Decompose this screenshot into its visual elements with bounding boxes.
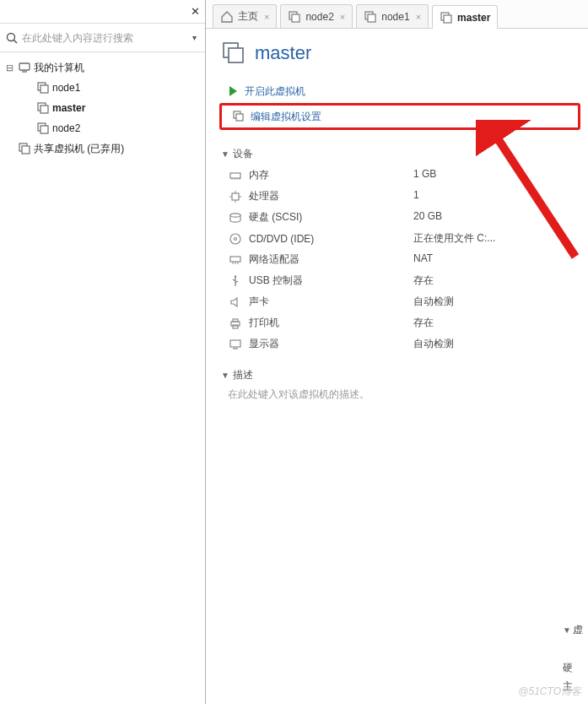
- device-value: 1 GB: [413, 168, 586, 182]
- close-icon[interactable]: ×: [264, 12, 269, 22]
- svg-rect-44: [230, 340, 240, 347]
- device-name: 硬盘 (SCSI): [249, 210, 302, 225]
- content: master 开启此虚拟机 编辑虚拟机设置 ▼ 设备: [206, 29, 588, 410]
- action-edit-vm-settings[interactable]: 编辑虚拟机设置: [224, 107, 576, 126]
- tab-label: node2: [305, 11, 333, 23]
- svg-rect-11: [22, 146, 30, 154]
- search-input[interactable]: [22, 32, 186, 44]
- device-net-adapter[interactable]: 网络适配器: [228, 252, 413, 267]
- home-icon: [220, 10, 234, 24]
- section-head-devices[interactable]: ▼ 设备: [221, 147, 586, 161]
- svg-point-33: [230, 234, 240, 244]
- cpu-icon: [228, 190, 243, 203]
- svg-point-40: [235, 275, 236, 277]
- sound-icon: [228, 295, 243, 309]
- close-icon[interactable]: ✕: [191, 5, 200, 18]
- device-cddvd[interactable]: CD/DVD (IDE): [228, 231, 413, 246]
- tree-item-label: node2: [52, 122, 80, 134]
- computer-icon: [17, 61, 32, 74]
- tree-item-node2[interactable]: node2: [0, 118, 205, 138]
- device-memory[interactable]: 内存: [228, 168, 413, 182]
- tree-root-label: 我的计算机: [34, 61, 84, 75]
- tree-collapse-icon[interactable]: ⊟: [3, 62, 15, 73]
- tabstrip: 主页 × node2 × node1 × ma: [206, 0, 588, 29]
- device-name: 打印机: [249, 316, 279, 330]
- svg-point-32: [230, 213, 240, 216]
- close-icon[interactable]: ×: [340, 12, 345, 22]
- tab-label: 主页: [238, 9, 258, 24]
- vm-icon: [364, 10, 377, 24]
- play-icon: [226, 84, 240, 98]
- device-name: 显示器: [249, 337, 279, 351]
- svg-rect-21: [236, 114, 243, 121]
- action-label: 编辑虚拟机设置: [251, 110, 321, 124]
- description-placeholder[interactable]: 在此处键入对该虚拟机的描述。: [218, 387, 586, 402]
- svg-rect-5: [40, 85, 48, 93]
- svg-rect-42: [233, 319, 238, 322]
- search-row: ▾: [0, 24, 205, 52]
- title-row: master: [221, 41, 586, 66]
- section-label: 设备: [233, 147, 253, 161]
- settings-vm-icon: [232, 110, 245, 123]
- triangle-down-icon: ▼: [563, 625, 571, 635]
- network-icon: [228, 253, 243, 267]
- tree: ⊟ 我的计算机 node1 master: [0, 52, 205, 159]
- svg-rect-19: [229, 48, 243, 62]
- device-value: 存在: [413, 316, 586, 330]
- tab-label: master: [457, 12, 490, 24]
- svg-rect-7: [40, 106, 48, 113]
- display-icon: [228, 338, 243, 351]
- chevron-down-icon[interactable]: ▾: [189, 33, 200, 42]
- search-icon: [5, 31, 19, 45]
- device-value: 1: [413, 189, 586, 203]
- svg-rect-2: [19, 63, 30, 70]
- tab-master[interactable]: master: [432, 5, 498, 29]
- svg-rect-35: [230, 257, 240, 262]
- side-label: 虚: [573, 624, 583, 636]
- svg-rect-17: [444, 15, 451, 23]
- vm-icon: [35, 101, 51, 115]
- disc-icon: [228, 232, 243, 246]
- main-pane: 主页 × node2 × node1 × ma: [206, 0, 588, 704]
- close-icon[interactable]: ×: [416, 12, 421, 22]
- device-value: 自动检测: [413, 337, 586, 351]
- tab-node1[interactable]: node1 ×: [356, 4, 429, 28]
- tree-item-master[interactable]: master: [0, 98, 205, 118]
- tree-item-label: node1: [52, 82, 80, 94]
- tab-home[interactable]: 主页 ×: [213, 4, 277, 28]
- annotation-highlight: 编辑虚拟机设置: [219, 103, 580, 130]
- device-value: 存在: [413, 273, 586, 288]
- tab-node2[interactable]: node2 ×: [280, 4, 353, 28]
- device-name: 处理器: [249, 189, 279, 203]
- tab-label: node1: [381, 11, 409, 23]
- device-printer[interactable]: 打印机: [228, 316, 413, 330]
- device-display[interactable]: 显示器: [228, 337, 413, 351]
- device-grid: 内存 1 GB 处理器 1 硬盘 (SCSI) 20 GB CD/DVD (ID…: [218, 166, 586, 351]
- svg-rect-15: [368, 14, 375, 22]
- tree-shared-vms[interactable]: 共享虚拟机 (已弃用): [0, 138, 205, 159]
- section-head-description[interactable]: ▼ 描述: [221, 368, 586, 382]
- action-label: 开启此虚拟机: [245, 84, 305, 99]
- triangle-down-icon: ▼: [221, 149, 229, 159]
- memory-icon: [228, 169, 243, 182]
- device-cpu[interactable]: 处理器: [228, 189, 413, 203]
- vm-icon: [35, 81, 51, 95]
- device-usb[interactable]: USB 控制器: [228, 273, 413, 288]
- usb-icon: [228, 274, 243, 288]
- side-row: 硬: [563, 658, 588, 677]
- svg-point-0: [8, 33, 15, 41]
- vm-icon: [221, 41, 246, 66]
- device-name: CD/DVD (IDE): [249, 233, 314, 245]
- tree-root-my-computer[interactable]: ⊟ 我的计算机: [0, 57, 205, 78]
- vm-icon: [440, 11, 453, 24]
- action-power-on-vm[interactable]: 开启此虚拟机: [218, 81, 586, 101]
- device-name: USB 控制器: [249, 273, 303, 288]
- tree-item-node1[interactable]: node1: [0, 78, 205, 98]
- shared-vm-icon: [17, 142, 32, 155]
- device-value: NAT: [413, 252, 586, 267]
- triangle-down-icon: ▼: [221, 371, 229, 380]
- device-value: 正在使用文件 C:...: [413, 231, 586, 246]
- device-hdd[interactable]: 硬盘 (SCSI): [228, 210, 413, 225]
- watermark: @51CTO博客: [518, 685, 581, 699]
- device-sound[interactable]: 声卡: [228, 295, 413, 309]
